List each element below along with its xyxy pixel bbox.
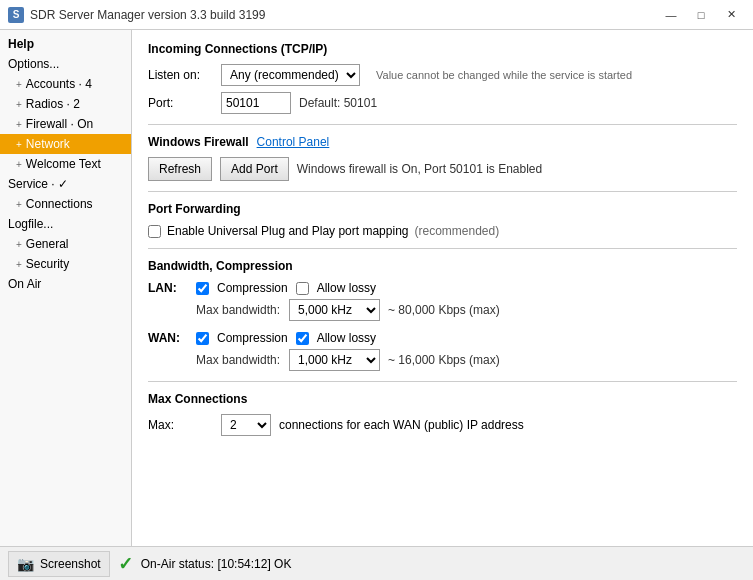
divider-3 <box>148 248 737 249</box>
lan-bandwidth-select[interactable]: 1,000 kHz2,000 kHz5,000 kHz10,000 kHz20,… <box>289 299 380 321</box>
wan-options: Compression Allow lossy <box>196 331 376 345</box>
add-port-button[interactable]: Add Port <box>220 157 289 181</box>
incoming-connections-title: Incoming Connections (TCP/IP) <box>148 42 737 56</box>
firewall-title: Windows Firewall <box>148 135 249 149</box>
firewall-expand-icon: + <box>16 119 22 130</box>
sidebar-connections-label: Connections <box>26 197 93 211</box>
welcometext-expand-icon: + <box>16 159 22 170</box>
control-panel-link[interactable]: Control Panel <box>257 135 330 149</box>
camera-icon: 📷 <box>17 556 34 572</box>
port-forwarding-label: Enable Universal Plug and Play port mapp… <box>167 224 408 238</box>
firewall-status-text: Windows firewall is On, Port 50101 is En… <box>297 162 542 176</box>
sidebar-item-accounts[interactable]: + Accounts · 4 <box>0 74 131 94</box>
wan-max-bw-label: Max bandwidth: <box>196 353 281 367</box>
wan-lossy-checkbox[interactable] <box>296 332 309 345</box>
checkmark-icon: ✓ <box>118 553 133 575</box>
max-connections-title: Max Connections <box>148 392 737 406</box>
lan-lossy-checkbox[interactable] <box>296 282 309 295</box>
listen-on-row: Listen on: Any (recommended) Value canno… <box>148 64 737 86</box>
sidebar-item-service[interactable]: Service · ✓ <box>0 174 131 194</box>
lan-max-bw-label: Max bandwidth: <box>196 303 281 317</box>
screenshot-label: Screenshot <box>40 557 101 571</box>
sidebar: Help Options... + Accounts · 4 + Radios … <box>0 30 132 546</box>
network-expand-icon: + <box>16 139 22 150</box>
lan-maxbw-row: Max bandwidth: 1,000 kHz2,000 kHz5,000 k… <box>148 299 737 321</box>
wan-label: WAN: <box>148 331 188 345</box>
lan-label: LAN: <box>148 281 188 295</box>
sidebar-item-network[interactable]: + Network <box>0 134 131 154</box>
port-forwarding-checkbox[interactable] <box>148 225 161 238</box>
refresh-button[interactable]: Refresh <box>148 157 212 181</box>
wan-compression-label: Compression <box>217 331 288 345</box>
firewall-buttons-row: Refresh Add Port Windows firewall is On,… <box>148 157 737 181</box>
titlebar-left: S SDR Server Manager version 3.3 build 3… <box>8 7 265 23</box>
close-button[interactable]: ✕ <box>717 5 745 25</box>
sidebar-accounts-label: Accounts · 4 <box>26 77 92 91</box>
max-label: Max: <box>148 418 213 432</box>
sidebar-help-label: Help <box>8 37 34 51</box>
lan-kbps-text: ~ 80,000 Kbps (max) <box>388 303 500 317</box>
statusbar: 📷 Screenshot ✓ On-Air status: [10:54:12]… <box>0 546 753 580</box>
lan-lossy-label: Allow lossy <box>317 281 376 295</box>
wan-kbps-text: ~ 16,000 Kbps (max) <box>388 353 500 367</box>
sidebar-item-connections[interactable]: + Connections <box>0 194 131 214</box>
titlebar: S SDR Server Manager version 3.3 build 3… <box>0 0 753 30</box>
sidebar-item-help[interactable]: Help <box>0 34 131 54</box>
sidebar-item-options[interactable]: Options... <box>0 54 131 74</box>
lan-bandwidth-block: LAN: Compression Allow lossy Max bandwid… <box>148 281 737 321</box>
lan-options: Compression Allow lossy <box>196 281 376 295</box>
sidebar-item-logfile[interactable]: Logfile... <box>0 214 131 234</box>
port-input[interactable] <box>221 92 291 114</box>
max-connections-description: connections for each WAN (public) IP add… <box>279 418 524 432</box>
general-expand-icon: + <box>16 239 22 250</box>
bandwidth-title: Bandwidth, Compression <box>148 259 737 273</box>
sidebar-logfile-label: Logfile... <box>8 217 53 231</box>
firewall-header-row: Windows Firewall Control Panel <box>148 135 737 149</box>
radios-expand-icon: + <box>16 99 22 110</box>
wan-bandwidth-select[interactable]: 1,000 kHz2,000 kHz5,000 kHz10,000 kHz20,… <box>289 349 380 371</box>
maximize-button[interactable]: □ <box>687 5 715 25</box>
sidebar-onair-label: On Air <box>8 277 41 291</box>
sidebar-options-label: Options... <box>8 57 59 71</box>
wan-maxbw-row: Max bandwidth: 1,000 kHz2,000 kHz5,000 k… <box>148 349 737 371</box>
sidebar-item-radios[interactable]: + Radios · 2 <box>0 94 131 114</box>
minimize-button[interactable]: — <box>657 5 685 25</box>
sidebar-general-label: General <box>26 237 69 251</box>
port-forwarding-row: Enable Universal Plug and Play port mapp… <box>148 224 737 238</box>
port-forwarding-title: Port Forwarding <box>148 202 737 216</box>
lan-compression-row: LAN: Compression Allow lossy <box>148 281 737 295</box>
wan-bandwidth-block: WAN: Compression Allow lossy Max bandwid… <box>148 331 737 371</box>
window-controls: — □ ✕ <box>657 5 745 25</box>
sidebar-item-general[interactable]: + General <box>0 234 131 254</box>
main-container: Help Options... + Accounts · 4 + Radios … <box>0 30 753 546</box>
sidebar-item-onair[interactable]: On Air <box>0 274 131 294</box>
sidebar-item-welcometext[interactable]: + Welcome Text <box>0 154 131 174</box>
listen-on-label: Listen on: <box>148 68 213 82</box>
accounts-expand-icon: + <box>16 79 22 90</box>
max-connections-select[interactable]: 1234510Unlimited <box>221 414 271 436</box>
divider-2 <box>148 191 737 192</box>
content-area: Incoming Connections (TCP/IP) Listen on:… <box>132 30 753 546</box>
service-note: Value cannot be changed while the servic… <box>376 69 632 81</box>
sidebar-network-label: Network <box>26 137 70 151</box>
port-label: Port: <box>148 96 213 110</box>
divider-4 <box>148 381 737 382</box>
sidebar-firewall-label: Firewall · On <box>26 117 93 131</box>
sidebar-item-security[interactable]: + Security <box>0 254 131 274</box>
app-title: SDR Server Manager version 3.3 build 319… <box>30 8 265 22</box>
sidebar-service-label: Service · ✓ <box>8 177 68 191</box>
listen-on-select[interactable]: Any (recommended) <box>221 64 360 86</box>
lan-compression-checkbox[interactable] <box>196 282 209 295</box>
max-connections-row: Max: 1234510Unlimited connections for ea… <box>148 414 737 436</box>
sidebar-radios-label: Radios · 2 <box>26 97 80 111</box>
security-expand-icon: + <box>16 259 22 270</box>
wan-compression-checkbox[interactable] <box>196 332 209 345</box>
port-row: Port: Default: 50101 <box>148 92 737 114</box>
sidebar-item-firewall[interactable]: + Firewall · On <box>0 114 131 134</box>
screenshot-button[interactable]: 📷 Screenshot <box>8 551 110 577</box>
app-icon: S <box>8 7 24 23</box>
wan-compression-row: WAN: Compression Allow lossy <box>148 331 737 345</box>
status-section: ✓ On-Air status: [10:54:12] OK <box>118 553 745 575</box>
wan-lossy-label: Allow lossy <box>317 331 376 345</box>
sidebar-security-label: Security <box>26 257 69 271</box>
